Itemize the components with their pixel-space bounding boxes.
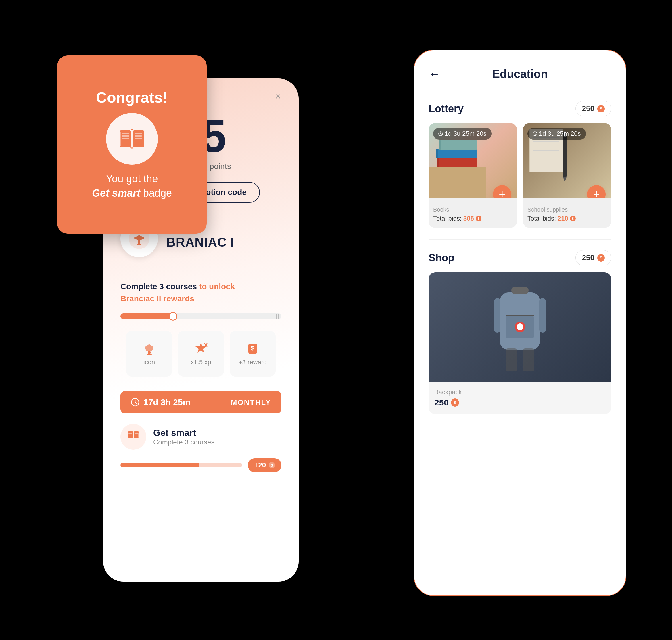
svg-text:S: S (478, 217, 479, 220)
school-supplies-card: 1d 3u 25m 20s + School supplies Total bi… (523, 123, 611, 228)
svg-rect-22 (148, 351, 151, 354)
svg-text:S: S (271, 463, 273, 467)
school-supplies-add-button[interactable]: + (587, 185, 605, 198)
books-info: Books Total bids: 305 S (428, 198, 517, 228)
progress-fill (120, 314, 177, 319)
svg-text:S: S (600, 255, 602, 260)
svg-rect-44 (437, 158, 439, 168)
svg-rect-37 (135, 433, 138, 434)
timer-bar: 17d 3h 25m MONTHLY (120, 391, 281, 413)
badge-progress-bar (120, 463, 242, 467)
timer-display: 17d 3h 25m (131, 397, 190, 407)
phone-right: ← Education Lottery 250 S (414, 50, 626, 596)
svg-rect-23 (147, 354, 152, 355)
backpack-price: 250 S (434, 398, 605, 407)
svg-rect-7 (134, 133, 142, 134)
svg-rect-5 (122, 135, 129, 136)
svg-rect-33 (128, 433, 129, 438)
section-divider (428, 239, 611, 240)
svg-rect-49 (428, 167, 486, 198)
svg-rect-43 (437, 158, 478, 168)
backpack-category: Backpack (434, 389, 605, 396)
badge-icon (120, 424, 146, 450)
svg-rect-35 (129, 433, 132, 434)
backpack-image (428, 272, 611, 381)
badge-desc: Complete 3 courses (153, 438, 215, 446)
svg-rect-48 (439, 140, 441, 149)
badge-progress-fill (120, 463, 200, 467)
unlock-text: Complete 3 courses to unlock Branciac II… (120, 281, 281, 305)
books-card: 1d 3u 25m 20s + Books Total bids: 305 S (428, 123, 517, 228)
reward-item-icon: icon (126, 331, 172, 377)
backpack-price-row: Backpack 250 S (428, 381, 611, 414)
svg-rect-80 (523, 348, 534, 372)
shop-points-badge: 250 S (575, 250, 611, 265)
svg-rect-72 (511, 287, 529, 294)
school-supplies-bids: Total bids: 210 S (527, 215, 607, 222)
svg-rect-21 (137, 244, 142, 245)
svg-rect-45 (436, 149, 478, 158)
congrats-text: You got the Get smart badge (92, 172, 172, 201)
svg-text:S: S (572, 217, 574, 220)
congrats-card: Congrats! You got the Get smart badge (57, 56, 207, 234)
lottery-title: Lottery (428, 103, 464, 115)
svg-marker-63 (563, 177, 567, 182)
congrats-title: Congrats! (96, 89, 168, 106)
svg-rect-6 (122, 138, 129, 139)
svg-rect-34 (138, 433, 139, 438)
school-supplies-timer: 1d 3u 25m 20s (527, 128, 586, 140)
svg-rect-77 (494, 298, 500, 333)
shop-section-header: Shop 250 S (428, 250, 611, 265)
badge-info: Get smart Complete 3 courses (153, 427, 215, 446)
svg-line-30 (135, 402, 136, 403)
reward-reward-label: +3 reward (238, 359, 267, 366)
svg-rect-9 (134, 138, 142, 139)
education-title: Education (492, 68, 547, 81)
svg-rect-46 (436, 149, 438, 158)
reward-item-reward: $ +3 reward (230, 331, 276, 377)
backpack-card: Backpack 250 S (428, 272, 611, 414)
badge-progress-row: +20 S (120, 458, 281, 472)
rewards-grid: icon x1.5 xp $ +3 reward (120, 331, 281, 377)
svg-rect-20 (138, 241, 140, 244)
education-body: Lottery 250 S (414, 89, 626, 594)
lottery-points-badge: 250 S (575, 101, 611, 116)
books-image: 1d 3u 25m 20s + (428, 123, 517, 198)
svg-rect-79 (506, 348, 517, 372)
svg-rect-8 (134, 135, 142, 136)
svg-rect-36 (129, 435, 132, 435)
reward-xp-label: x1.5 xp (191, 359, 211, 366)
progress-bar: ⏸ (120, 314, 281, 319)
school-supplies-info: School supplies Total bids: 210 S (523, 198, 611, 228)
svg-text:S: S (600, 106, 602, 111)
svg-text:S: S (454, 400, 456, 405)
shop-title: Shop (428, 252, 454, 264)
svg-point-76 (516, 323, 523, 330)
badge-name: Get smart (153, 427, 215, 438)
pause-icon: ⏸ (273, 312, 281, 320)
education-header: ← Education (414, 50, 626, 89)
tier-name: BRANIAC I (166, 235, 234, 250)
reward-icon-label: icon (143, 359, 155, 366)
lottery-section-header: Lottery 250 S (428, 101, 611, 116)
svg-line-66 (535, 134, 536, 134)
reward-item-xp: x1.5 xp (178, 331, 224, 377)
badge-reward-pill: +20 S (248, 458, 281, 472)
svg-text:$: $ (251, 345, 254, 352)
books-timer: 1d 3u 25m 20s (433, 128, 492, 140)
svg-rect-4 (122, 133, 129, 134)
svg-rect-78 (540, 298, 546, 333)
books-add-button[interactable]: + (493, 185, 511, 198)
svg-rect-3 (143, 132, 143, 146)
svg-rect-2 (120, 132, 121, 146)
svg-rect-38 (135, 435, 138, 435)
books-category: Books (433, 206, 512, 213)
books-bids: Total bids: 305 S (433, 215, 512, 222)
svg-line-52 (441, 134, 441, 134)
back-button[interactable]: ← (428, 68, 440, 81)
congrats-icon (106, 113, 158, 165)
timer-type: MONTHLY (231, 398, 271, 407)
school-supplies-category: School supplies (527, 206, 607, 213)
close-button[interactable]: × (272, 90, 284, 103)
badge-row: Get smart Complete 3 courses (120, 424, 281, 450)
